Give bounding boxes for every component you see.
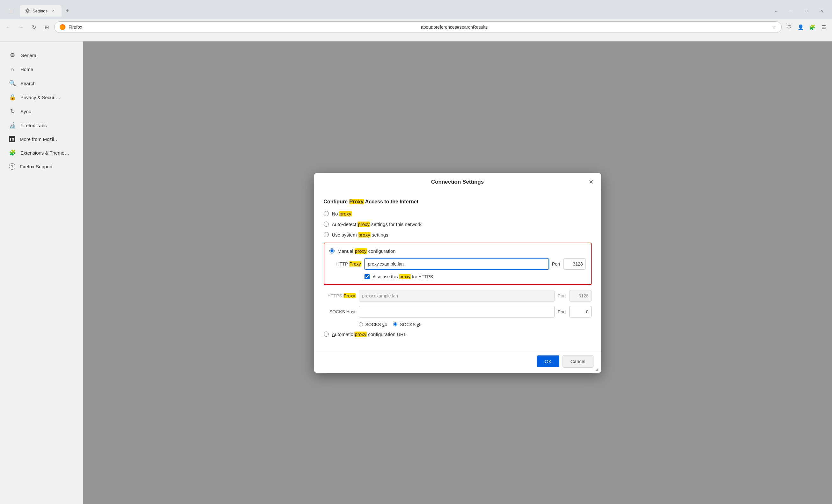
sidebar-extensions-label: Extensions & Theme…: [20, 150, 69, 156]
http-proxy-input[interactable]: [364, 258, 549, 270]
section-heading-pre: Configure: [324, 199, 349, 204]
https-proxy-label: HTTPS Proxy: [324, 293, 356, 298]
auto-detect-option[interactable]: Auto-detect proxy settings for this netw…: [324, 221, 592, 227]
manual-proxy-option[interactable]: Manual proxy configuration: [330, 248, 586, 254]
socks-v5-option[interactable]: SOCKS v5: [393, 322, 422, 327]
sidebar-item-extensions[interactable]: 🧩 Extensions & Theme…: [3, 146, 80, 159]
modal-header: Connection Settings ✕: [314, 173, 601, 191]
ok-button[interactable]: OK: [537, 355, 560, 367]
sidebar-support-label: Firefox Support: [20, 164, 53, 169]
https-port-input: [569, 290, 592, 301]
also-use-checkbox-row: Also use this proxy for HTTPS: [364, 274, 586, 279]
sidebar-privacy-label: Privacy & Securi…: [20, 95, 60, 100]
resize-handle[interactable]: ◢: [595, 367, 600, 371]
sidebar: ⚙ General ⌂ Home 🔍 Search 🔒 Privacy & Se…: [0, 42, 83, 504]
https-port-label: Port: [558, 293, 566, 298]
system-proxy-label: Use system proxy settings: [332, 232, 388, 238]
sidebar-labs-label: Firefox Labs: [20, 123, 47, 128]
auto-config-option[interactable]: Automatic proxy configuration URL: [324, 331, 592, 337]
socks-host-label: SOCKS Host: [324, 309, 356, 314]
socks-v4-option[interactable]: SOCKS v4: [359, 322, 387, 327]
no-proxy-radio[interactable]: [324, 211, 329, 216]
sidebar-item-support[interactable]: ? Firefox Support: [3, 160, 80, 173]
address-bar[interactable]: Firefox about:preferences#searchResults …: [54, 21, 782, 33]
browser-content: ⚙ General ⌂ Home 🔍 Search 🔒 Privacy & Se…: [0, 42, 832, 504]
extensions-icon[interactable]: 🧩: [807, 22, 817, 32]
sidebar-item-privacy[interactable]: 🔒 Privacy & Securi…: [3, 90, 80, 104]
maximize-btn[interactable]: □: [799, 6, 813, 16]
profile-icon[interactable]: 👤: [796, 22, 806, 32]
sidebar-item-sync[interactable]: ↻ Sync: [3, 105, 80, 118]
modal-close-btn[interactable]: ✕: [587, 177, 596, 187]
dropdown-btn[interactable]: ⌄: [768, 6, 783, 16]
manual-proxy-radio[interactable]: [330, 248, 335, 254]
sidebar-home-label: Home: [20, 67, 33, 72]
extension-btn[interactable]: ⊞: [42, 22, 52, 32]
http-port-input[interactable]: [564, 258, 586, 270]
address-url: about:preferences#searchResults: [421, 25, 769, 30]
browser-chrome: ⬜ Settings × + ⌄ ─ □ ✕ ← → ↻: [0, 0, 832, 42]
https-proxy-input: [359, 290, 554, 301]
sidebar-search-label: Search: [20, 81, 36, 86]
refresh-btn[interactable]: ↻: [29, 22, 39, 32]
auto-detect-label: Auto-detect proxy settings for this netw…: [332, 221, 422, 227]
forward-btn[interactable]: →: [16, 22, 26, 32]
cancel-button[interactable]: Cancel: [563, 355, 594, 368]
socks-version-row: SOCKS v4 SOCKS v5: [359, 322, 592, 327]
privacy-icon: 🔒: [9, 94, 16, 101]
modal-footer: OK Cancel: [314, 350, 601, 373]
general-icon: ⚙: [9, 52, 16, 59]
http-proxy-row: HTTP Proxy Port: [330, 258, 586, 270]
menu-icon[interactable]: ☰: [818, 22, 829, 32]
also-use-checkbox[interactable]: [364, 274, 370, 279]
no-proxy-option[interactable]: No proxy: [324, 211, 592, 216]
modal-body: Configure Proxy Access to the Internet N…: [314, 191, 601, 350]
nav-bar: ← → ↻ ⊞ Firefox about:preferences#search…: [0, 19, 832, 35]
auto-config-radio[interactable]: [324, 331, 329, 337]
sidebar-mozilla-label: More from Mozil…: [20, 136, 59, 142]
sidebar-item-more-mozilla[interactable]: m More from Mozil…: [3, 133, 80, 145]
settings-tab-icon: [25, 8, 30, 14]
address-protocol: Firefox: [69, 25, 416, 30]
sidebar-item-firefox-labs[interactable]: 🔬 Firefox Labs: [3, 118, 80, 132]
auto-detect-radio[interactable]: [324, 221, 329, 227]
system-proxy-radio[interactable]: [324, 232, 329, 237]
sidebar-general-label: General: [20, 53, 37, 58]
http-port-label: Port: [552, 261, 560, 266]
home-icon: ⌂: [9, 66, 16, 73]
support-icon: ?: [9, 163, 15, 169]
sidebar-item-home[interactable]: ⌂ Home: [3, 62, 80, 76]
shield-icon[interactable]: 🛡: [784, 22, 795, 32]
system-proxy-option[interactable]: Use system proxy settings: [324, 232, 592, 238]
socks-v4-radio[interactable]: [359, 322, 363, 326]
active-tab-title: Settings: [32, 8, 48, 14]
manual-proxy-label: Manual proxy configuration: [338, 248, 396, 254]
tab-close-btn[interactable]: ×: [50, 8, 56, 14]
connection-settings-modal: Connection Settings ✕ Configure Proxy Ac…: [314, 173, 601, 373]
browser-close-btn[interactable]: ✕: [814, 6, 829, 16]
bookmark-icon[interactable]: ☆: [772, 25, 776, 30]
socks-v5-label: SOCKS v5: [400, 322, 422, 327]
socks-port-input[interactable]: [569, 306, 592, 318]
main-content: Connection Settings ✕ Configure Proxy Ac…: [83, 42, 832, 504]
modal-title: Connection Settings: [431, 179, 484, 185]
minimize-btn[interactable]: ─: [783, 6, 798, 16]
labs-icon: 🔬: [9, 122, 16, 129]
socks-host-input[interactable]: [359, 306, 554, 318]
back-btn[interactable]: ←: [3, 22, 14, 32]
socks-port-label: Port: [558, 309, 566, 314]
nav-icons-right: 🛡 👤 🧩 ☰: [784, 22, 829, 32]
active-tab[interactable]: Settings ×: [20, 5, 61, 17]
extension-icon: ⊞: [45, 24, 49, 30]
section-title: Configure Proxy Access to the Internet: [324, 199, 592, 205]
new-tab-btn[interactable]: +: [63, 6, 72, 15]
sidebar-item-general[interactable]: ⚙ General: [3, 49, 80, 62]
forward-icon: →: [19, 24, 24, 30]
sidebar-item-search[interactable]: 🔍 Search: [3, 77, 80, 90]
socks-v5-radio[interactable]: [393, 322, 397, 326]
inactive-tab[interactable]: ⬜: [3, 6, 19, 16]
manual-proxy-section: Manual proxy configuration HTTP Proxy Po…: [324, 243, 592, 285]
svg-point-0: [26, 10, 28, 12]
sidebar-sync-label: Sync: [20, 109, 31, 114]
sync-icon: ↻: [9, 108, 16, 115]
